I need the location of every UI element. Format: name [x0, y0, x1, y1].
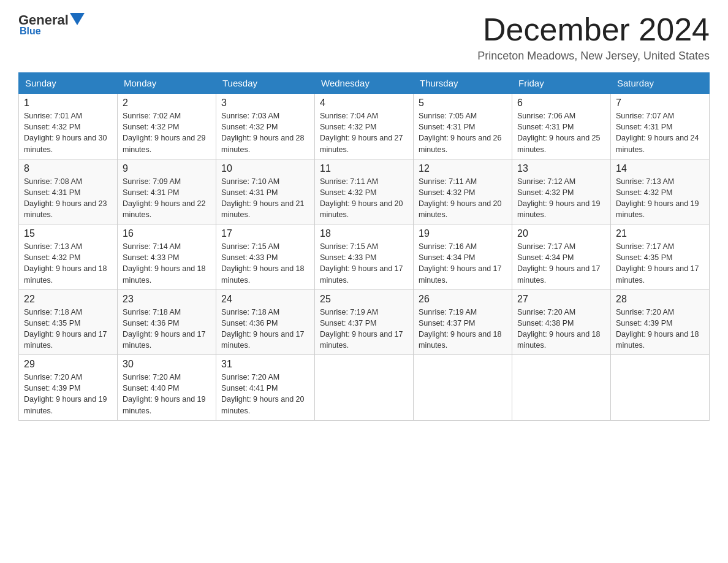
location-subtitle: Princeton Meadows, New Jersey, United St…	[477, 50, 710, 63]
table-row: 23 Sunrise: 7:18 AM Sunset: 4:36 PM Dayl…	[118, 289, 216, 355]
day-number: 9	[123, 163, 211, 174]
day-number: 2	[123, 98, 211, 109]
table-row: 31 Sunrise: 7:20 AM Sunset: 4:41 PM Dayl…	[216, 355, 315, 421]
day-number: 19	[419, 228, 507, 239]
day-number: 3	[221, 98, 309, 109]
day-number: 16	[123, 228, 211, 239]
table-row: 26 Sunrise: 7:19 AM Sunset: 4:37 PM Dayl…	[414, 289, 512, 355]
day-number: 12	[419, 163, 507, 174]
col-monday: Monday	[118, 73, 216, 94]
col-tuesday: Tuesday	[216, 73, 315, 94]
table-row: 10 Sunrise: 7:10 AM Sunset: 4:31 PM Dayl…	[216, 159, 315, 224]
col-sunday: Sunday	[19, 73, 118, 94]
calendar-week-row: 15 Sunrise: 7:13 AM Sunset: 4:32 PM Dayl…	[19, 224, 710, 290]
day-info: Sunrise: 7:11 AM Sunset: 4:32 PM Dayligh…	[320, 176, 408, 221]
calendar-week-row: 29 Sunrise: 7:20 AM Sunset: 4:39 PM Dayl…	[19, 355, 710, 421]
col-thursday: Thursday	[414, 73, 512, 94]
day-number: 5	[419, 98, 507, 109]
day-number: 8	[24, 163, 112, 174]
day-number: 4	[320, 98, 408, 109]
calendar-header-row: Sunday Monday Tuesday Wednesday Thursday…	[19, 73, 710, 94]
day-info: Sunrise: 7:01 AM Sunset: 4:32 PM Dayligh…	[24, 110, 112, 155]
title-area: December 2024 Princeton Meadows, New Jer…	[477, 12, 710, 63]
table-row: 5 Sunrise: 7:05 AM Sunset: 4:31 PM Dayli…	[414, 94, 512, 159]
page-wrapper: General Blue December 2024 Princeton Mea…	[18, 12, 710, 421]
table-row: 25 Sunrise: 7:19 AM Sunset: 4:37 PM Dayl…	[315, 289, 414, 355]
day-number: 10	[221, 163, 309, 174]
day-number: 25	[320, 294, 408, 305]
table-row: 29 Sunrise: 7:20 AM Sunset: 4:39 PM Dayl…	[19, 355, 118, 421]
table-row: 19 Sunrise: 7:16 AM Sunset: 4:34 PM Dayl…	[414, 224, 512, 290]
calendar-table: Sunday Monday Tuesday Wednesday Thursday…	[18, 72, 710, 421]
logo-triangle-icon	[70, 13, 85, 25]
logo-blue-text: Blue	[20, 26, 41, 37]
day-info: Sunrise: 7:20 AM Sunset: 4:39 PM Dayligh…	[616, 307, 704, 351]
day-info: Sunrise: 7:03 AM Sunset: 4:32 PM Dayligh…	[221, 110, 309, 155]
table-row: 2 Sunrise: 7:02 AM Sunset: 4:32 PM Dayli…	[118, 94, 216, 159]
table-row	[414, 355, 512, 421]
table-row: 9 Sunrise: 7:09 AM Sunset: 4:31 PM Dayli…	[118, 159, 216, 224]
day-number: 27	[517, 294, 605, 305]
header: General Blue December 2024 Princeton Mea…	[18, 12, 710, 63]
table-row: 8 Sunrise: 7:08 AM Sunset: 4:31 PM Dayli…	[19, 159, 118, 224]
day-number: 18	[320, 228, 408, 239]
day-info: Sunrise: 7:14 AM Sunset: 4:33 PM Dayligh…	[123, 241, 211, 286]
day-info: Sunrise: 7:18 AM Sunset: 4:35 PM Dayligh…	[24, 307, 112, 351]
day-info: Sunrise: 7:13 AM Sunset: 4:32 PM Dayligh…	[616, 176, 704, 221]
day-info: Sunrise: 7:17 AM Sunset: 4:35 PM Dayligh…	[616, 241, 704, 286]
day-info: Sunrise: 7:15 AM Sunset: 4:33 PM Dayligh…	[221, 241, 309, 286]
table-row: 27 Sunrise: 7:20 AM Sunset: 4:38 PM Dayl…	[512, 289, 611, 355]
col-friday: Friday	[512, 73, 611, 94]
logo: General Blue	[18, 12, 86, 37]
day-info: Sunrise: 7:10 AM Sunset: 4:31 PM Dayligh…	[221, 176, 309, 221]
day-number: 14	[616, 163, 704, 174]
day-number: 26	[419, 294, 507, 305]
table-row: 14 Sunrise: 7:13 AM Sunset: 4:32 PM Dayl…	[611, 159, 710, 224]
day-number: 13	[517, 163, 605, 174]
day-number: 29	[24, 359, 112, 370]
day-info: Sunrise: 7:06 AM Sunset: 4:31 PM Dayligh…	[517, 110, 605, 155]
day-number: 1	[24, 98, 112, 109]
day-number: 15	[24, 228, 112, 239]
table-row: 13 Sunrise: 7:12 AM Sunset: 4:32 PM Dayl…	[512, 159, 611, 224]
day-number: 21	[616, 228, 704, 239]
day-number: 23	[123, 294, 211, 305]
day-info: Sunrise: 7:19 AM Sunset: 4:37 PM Dayligh…	[419, 307, 507, 351]
table-row: 24 Sunrise: 7:18 AM Sunset: 4:36 PM Dayl…	[216, 289, 315, 355]
table-row: 4 Sunrise: 7:04 AM Sunset: 4:32 PM Dayli…	[315, 94, 414, 159]
day-info: Sunrise: 7:18 AM Sunset: 4:36 PM Dayligh…	[123, 307, 211, 351]
table-row: 30 Sunrise: 7:20 AM Sunset: 4:40 PM Dayl…	[118, 355, 216, 421]
table-row	[512, 355, 611, 421]
day-number: 28	[616, 294, 704, 305]
day-info: Sunrise: 7:19 AM Sunset: 4:37 PM Dayligh…	[320, 307, 408, 351]
day-number: 31	[221, 359, 309, 370]
day-info: Sunrise: 7:20 AM Sunset: 4:41 PM Dayligh…	[221, 372, 309, 416]
day-info: Sunrise: 7:05 AM Sunset: 4:31 PM Dayligh…	[419, 110, 507, 155]
day-number: 24	[221, 294, 309, 305]
day-number: 22	[24, 294, 112, 305]
day-info: Sunrise: 7:07 AM Sunset: 4:31 PM Dayligh…	[616, 110, 704, 155]
calendar-week-row: 22 Sunrise: 7:18 AM Sunset: 4:35 PM Dayl…	[19, 289, 710, 355]
day-info: Sunrise: 7:08 AM Sunset: 4:31 PM Dayligh…	[24, 176, 112, 221]
day-info: Sunrise: 7:17 AM Sunset: 4:34 PM Dayligh…	[517, 241, 605, 286]
day-info: Sunrise: 7:04 AM Sunset: 4:32 PM Dayligh…	[320, 110, 408, 155]
calendar-week-row: 1 Sunrise: 7:01 AM Sunset: 4:32 PM Dayli…	[19, 94, 710, 159]
day-info: Sunrise: 7:11 AM Sunset: 4:32 PM Dayligh…	[419, 176, 507, 221]
table-row: 11 Sunrise: 7:11 AM Sunset: 4:32 PM Dayl…	[315, 159, 414, 224]
calendar-week-row: 8 Sunrise: 7:08 AM Sunset: 4:31 PM Dayli…	[19, 159, 710, 224]
day-info: Sunrise: 7:16 AM Sunset: 4:34 PM Dayligh…	[419, 241, 507, 286]
table-row: 20 Sunrise: 7:17 AM Sunset: 4:34 PM Dayl…	[512, 224, 611, 290]
table-row: 7 Sunrise: 7:07 AM Sunset: 4:31 PM Dayli…	[611, 94, 710, 159]
day-number: 7	[616, 98, 704, 109]
table-row: 22 Sunrise: 7:18 AM Sunset: 4:35 PM Dayl…	[19, 289, 118, 355]
col-saturday: Saturday	[611, 73, 710, 94]
month-title: December 2024	[477, 12, 710, 47]
table-row: 28 Sunrise: 7:20 AM Sunset: 4:39 PM Dayl…	[611, 289, 710, 355]
day-info: Sunrise: 7:02 AM Sunset: 4:32 PM Dayligh…	[123, 110, 211, 155]
table-row: 17 Sunrise: 7:15 AM Sunset: 4:33 PM Dayl…	[216, 224, 315, 290]
table-row: 21 Sunrise: 7:17 AM Sunset: 4:35 PM Dayl…	[611, 224, 710, 290]
day-info: Sunrise: 7:20 AM Sunset: 4:38 PM Dayligh…	[517, 307, 605, 351]
day-number: 30	[123, 359, 211, 370]
day-info: Sunrise: 7:12 AM Sunset: 4:32 PM Dayligh…	[517, 176, 605, 221]
day-number: 6	[517, 98, 605, 109]
